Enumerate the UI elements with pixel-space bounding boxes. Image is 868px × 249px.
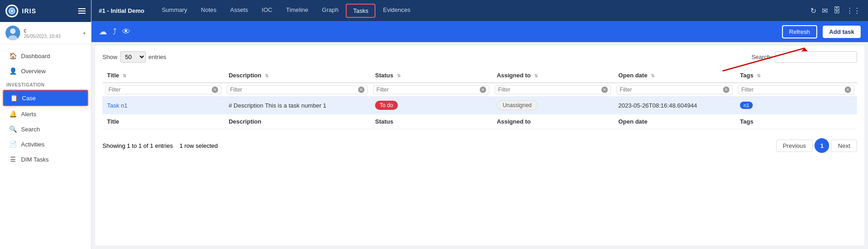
filter-title-input[interactable] [108,87,210,93]
filter-status: ✕ [373,85,489,94]
sort-icon-assigned: ⇅ [534,73,538,78]
alerts-icon: 🔔 [9,110,16,118]
col-description[interactable]: Description ⇅ [224,68,370,83]
filter-cell-tags: ✕ [735,83,857,97]
activities-icon: 📄 [9,141,16,148]
clear-title-filter[interactable]: ✕ [212,87,218,93]
entries-label: entries [149,54,166,60]
sidebar-item-search[interactable]: 🔍 Search [3,122,88,136]
tab-timeline[interactable]: Timeline [279,4,315,18]
search-label: Search: [751,54,772,60]
add-task-button[interactable]: Add task [823,26,861,38]
cell-title: Task n1 [102,97,224,114]
search-area: Search: [751,51,857,63]
cell-assigned: Unassigned [492,97,614,114]
sort-icon-status: ⇅ [397,73,401,78]
status-badge: To do [375,101,397,110]
content-area: Show 50 25 10 100 entries Search: Title [95,46,864,245]
tab-notes[interactable]: Notes [194,4,223,18]
refresh-button[interactable]: Refresh [782,25,818,38]
search-nav-icon: 🔍 [9,125,16,133]
share-icon[interactable]: ⤴ [113,27,117,37]
filter-cell-description: ✕ [224,83,370,97]
sidebar-item-search-label: Search [21,126,40,133]
sidebar-item-dashboard-label: Dashboard [21,53,50,60]
eye-off-icon[interactable]: 👁 [122,27,130,37]
iris-logo-svg [9,8,15,14]
filter-cell-date: ✕ [614,83,735,97]
tab-graph[interactable]: Graph [316,4,345,18]
sidebar-item-overview-label: Overview [21,68,46,75]
entries-select[interactable]: 50 25 10 100 [120,51,146,63]
hamburger-menu[interactable] [78,8,86,14]
tab-ioc[interactable]: IOC [255,4,279,18]
sidebar-item-case-label: Case [22,95,36,102]
footer-col-description: Description [224,114,370,129]
mail-icon[interactable]: ✉ [822,6,828,15]
user-section[interactable]: c 26/05/2023, 10:43 ▾ [0,22,91,44]
sidebar-item-dim-tasks-label: DIM Tasks [21,156,48,163]
table-footer: Showing 1 to 1 of 1 entries 1 row select… [102,135,857,153]
tab-assets[interactable]: Assets [224,4,254,18]
refresh-circle-icon[interactable]: ↻ [810,6,816,15]
filter-assigned-input[interactable] [498,87,600,93]
tab-tasks[interactable]: Tasks [346,4,375,18]
overview-icon: 👤 [9,67,16,75]
footer-col-date: Open date [614,114,735,129]
sidebar-item-case[interactable]: 📋 Case [3,90,88,106]
clear-date-filter[interactable]: ✕ [723,87,729,93]
sidebar-item-dashboard[interactable]: 🏠 Dashboard [3,49,88,63]
col-assigned-to[interactable]: Assigned to ⇅ [492,68,614,83]
col-title[interactable]: Title ⇅ [102,68,224,83]
col-open-date[interactable]: Open date ⇅ [614,68,735,83]
cloud-upload-icon[interactable]: ☁ [99,27,107,37]
sidebar-item-overview[interactable]: 👤 Overview [3,64,88,78]
show-label: Show [102,54,118,60]
clear-tags-filter[interactable]: ✕ [845,87,851,93]
clear-description-filter[interactable]: ✕ [358,87,364,93]
grid-icon[interactable]: ⋮⋮ [846,6,861,15]
user-name: c [24,27,80,34]
footer-col-tags: Tags [735,114,857,129]
footer-col-assigned: Assigned to [492,114,614,129]
case-title: #1 - Initial Demo [99,7,145,14]
filter-date-input[interactable] [620,87,721,93]
table-controls: Show 50 25 10 100 entries Search: [102,51,857,63]
filter-description: ✕ [227,85,368,94]
task-link[interactable]: Task n1 [107,102,128,109]
pagination: Previous 1 Next [776,138,857,153]
nav-section: 🏠 Dashboard 👤 Overview INVESTIGATION 📋 C… [0,44,91,249]
clear-assigned-filter[interactable]: ✕ [601,87,608,93]
previous-button[interactable]: Previous [776,140,813,152]
database-icon[interactable]: 🗄 [833,6,841,15]
sidebar-item-activities[interactable]: 📄 Activities [3,137,88,152]
show-entries: Show 50 25 10 100 entries [102,51,166,63]
search-input[interactable] [775,51,857,63]
toolbar: ☁ ⤴ 👁 Refresh Add task [91,21,868,42]
col-tags[interactable]: Tags ⇅ [735,68,857,83]
filter-row: ✕ ✕ ✕ [102,83,857,97]
clear-status-filter[interactable]: ✕ [480,87,486,93]
svg-marker-6 [801,48,808,51]
hamburger-line-3 [78,13,86,14]
avatar-image [5,26,20,40]
dim-tasks-icon: ☰ [9,156,16,163]
app-title: IRIS [22,7,36,15]
page-number-1[interactable]: 1 [814,138,829,153]
hamburger-line-1 [78,8,86,9]
sidebar-item-alerts[interactable]: 🔔 Alerts [3,107,88,121]
tab-evidences[interactable]: Evidences [376,4,417,18]
filter-cell-status: ✕ [370,83,492,97]
table-row[interactable]: Task n1 # Description This is a task num… [102,97,857,114]
sidebar-item-dim-tasks[interactable]: ☰ DIM Tasks [3,152,88,167]
filter-status-input[interactable] [376,87,478,93]
iris-logo [5,5,18,17]
filter-description-input[interactable] [230,87,356,93]
next-button[interactable]: Next [831,140,857,152]
top-nav: #1 - Initial Demo Summary Notes Assets I… [91,0,868,21]
col-status[interactable]: Status ⇅ [370,68,492,83]
tab-summary[interactable]: Summary [155,4,194,18]
filter-tags-input[interactable] [741,87,843,93]
assigned-badge: Unassigned [497,100,537,110]
showing-text: Showing 1 to 1 of 1 entries [102,142,173,149]
